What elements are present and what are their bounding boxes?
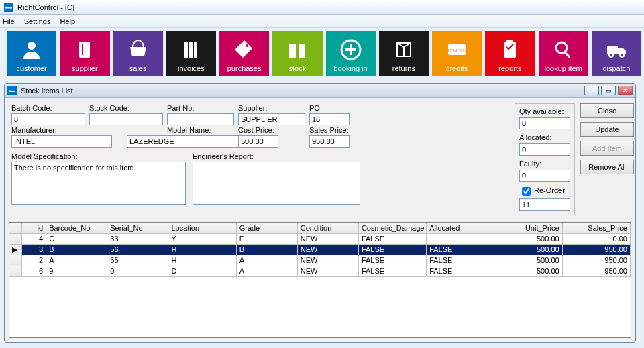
child-title: Stock Items List xyxy=(21,86,73,95)
books-icon xyxy=(179,35,203,64)
toolbar-purchases[interactable]: purchases xyxy=(219,31,269,76)
col-Cosmetic_Damage[interactable]: Cosmetic_Damage xyxy=(358,223,426,233)
col-Serial_No[interactable]: Serial_No xyxy=(107,223,168,233)
model-spec-input[interactable] xyxy=(11,162,186,205)
stock-items-window: Stock Items List — ▭ ✕ Batch Code: Stock… xyxy=(4,83,636,343)
faulty-input[interactable] xyxy=(519,170,570,182)
col-Location[interactable]: Location xyxy=(168,223,236,233)
manufacturer-input[interactable] xyxy=(11,135,112,148)
supplier-icon xyxy=(72,35,97,64)
supplier-input[interactable] xyxy=(238,113,305,125)
svg-rect-2 xyxy=(82,44,83,55)
model-name-input[interactable] xyxy=(127,135,241,148)
close-button[interactable]: ✕ xyxy=(618,86,633,95)
po-number-input[interactable] xyxy=(309,113,350,125)
col-id[interactable]: id xyxy=(21,223,46,233)
cost-price-input[interactable] xyxy=(238,135,278,148)
toolbar-credits[interactable]: 1234 567credits xyxy=(432,31,482,76)
svg-rect-20 xyxy=(607,46,618,54)
col-Grade[interactable]: Grade xyxy=(236,223,297,233)
reorder-checkbox[interactable] xyxy=(522,187,531,196)
svg-rect-4 xyxy=(189,42,193,58)
search-icon xyxy=(551,35,576,64)
toolbar-returns[interactable]: returns xyxy=(379,31,429,76)
menu-file[interactable]: File xyxy=(3,17,15,25)
svg-point-18 xyxy=(556,42,567,53)
svg-rect-12 xyxy=(345,48,356,51)
col-Allocated[interactable]: Allocated xyxy=(427,223,494,233)
label-batch-code: Batch Code: xyxy=(11,103,85,113)
label-reorder: Re-Order xyxy=(534,187,565,195)
stock-grid[interactable]: idBarcode_NoSerial_NoLocationGradeCondit… xyxy=(9,222,631,338)
add-item-button[interactable]: Add Item xyxy=(580,141,634,156)
col-Sales_Price[interactable]: Sales_Price xyxy=(562,223,630,233)
table-row[interactable]: 4C33YENEWFALSE500.000.00 xyxy=(9,233,631,244)
label-eng-report: Engineer's Report: xyxy=(193,152,360,162)
menubar: File Settings Help xyxy=(0,15,644,28)
stock-levels-box: Qty available: Allocated: Faulty: Re-Ord… xyxy=(515,103,575,215)
allocated-input[interactable] xyxy=(519,143,570,156)
svg-text:1234 567: 1234 567 xyxy=(447,48,467,53)
sales-price-input[interactable] xyxy=(309,135,350,148)
table-row[interactable]: 690DANEWFALSEFALSE500.00950.00 xyxy=(9,266,631,276)
titlebar: RightControl - [C] xyxy=(0,0,644,15)
col-Barcode_No[interactable]: Barcode_No xyxy=(46,223,107,233)
label-part-no: Part No: xyxy=(167,103,234,113)
toolbar-invoices[interactable]: invoices xyxy=(166,31,216,76)
card-icon: 1234 567 xyxy=(445,35,469,64)
clipboard-icon xyxy=(498,35,522,64)
minimize-button[interactable]: — xyxy=(584,86,599,95)
label-allocated: Allocated: xyxy=(519,133,570,143)
svg-point-6 xyxy=(246,44,248,47)
child-titlebar: Stock Items List — ▭ ✕ xyxy=(5,84,635,98)
eng-report-input[interactable] xyxy=(193,162,360,205)
toolbar-booking-in[interactable]: booking in xyxy=(326,31,376,76)
menu-help[interactable]: Help xyxy=(60,17,75,25)
remove-all-button[interactable]: Remove All xyxy=(580,160,634,174)
label-po-number: PO Number: xyxy=(309,103,350,113)
child-icon xyxy=(7,86,17,95)
main-toolbar: customersuppliersalesinvoicespurchasesst… xyxy=(0,28,644,79)
truck-icon xyxy=(604,35,629,64)
toolbar-reports[interactable]: reports xyxy=(485,31,535,76)
svg-rect-3 xyxy=(184,42,188,58)
svg-rect-17 xyxy=(506,40,513,43)
table-row[interactable]: 2A55HANEWFALSEFALSE500.00950.00 xyxy=(9,255,631,266)
app-icon xyxy=(4,3,13,12)
plus-icon xyxy=(339,35,363,64)
batch-code-input[interactable] xyxy=(11,113,85,125)
label-model-spec: Model Specification: xyxy=(11,152,186,162)
table-row[interactable]: ▶3B56HBNEWFALSEFALSE500.00950.00 xyxy=(9,244,631,255)
label-manufacturer: Manufacturer: xyxy=(11,125,163,135)
toolbar-customer[interactable]: customer xyxy=(7,31,56,76)
col-Unit_Price[interactable]: Unit_Price xyxy=(494,223,562,233)
toolbar-stock[interactable]: stock xyxy=(272,31,322,76)
box-icon xyxy=(392,35,416,64)
update-button[interactable]: Update xyxy=(580,122,634,137)
menu-settings[interactable]: Settings xyxy=(24,17,51,25)
svg-point-22 xyxy=(620,53,624,57)
toolbar-sales[interactable]: sales xyxy=(113,31,163,76)
label-cost-price: Cost Price: xyxy=(238,125,305,135)
basket-icon xyxy=(126,35,150,64)
window-title: RightControl - [C] xyxy=(17,3,74,11)
part-no-input[interactable] xyxy=(167,113,234,125)
svg-rect-16 xyxy=(504,42,516,58)
qty-input[interactable] xyxy=(519,117,570,129)
mdi-area: Stock Items List — ▭ ✕ Batch Code: Stock… xyxy=(0,79,644,343)
maximize-button[interactable]: ▭ xyxy=(601,86,616,95)
label-supplier: Supplier: xyxy=(238,103,305,113)
label-stock-code: Stock Code: xyxy=(89,103,163,113)
svg-point-21 xyxy=(609,53,613,57)
label-qty: Qty available: xyxy=(519,107,570,117)
reorder-qty-input[interactable] xyxy=(519,198,570,211)
stock-code-input[interactable] xyxy=(89,113,163,125)
toolbar-lookup-item[interactable]: lookup item xyxy=(539,31,588,76)
label-sales-price: Sales Price: xyxy=(309,125,350,135)
svg-rect-9 xyxy=(296,42,299,58)
toolbar-supplier[interactable]: supplier xyxy=(60,31,109,76)
toolbar-dispatch[interactable]: dispatch xyxy=(592,31,641,76)
col-Condition[interactable]: Condition xyxy=(297,223,358,233)
close-stock-button[interactable]: Close xyxy=(580,103,634,118)
svg-rect-5 xyxy=(194,42,197,58)
